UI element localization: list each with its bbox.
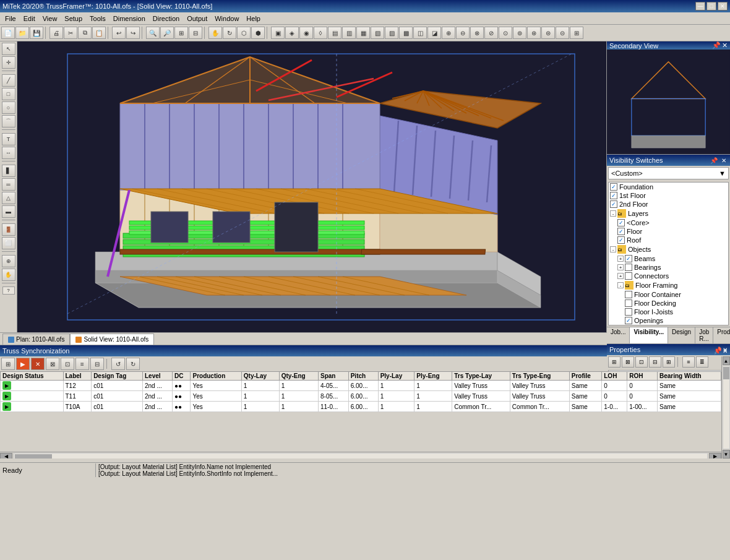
tree-check-connectors[interactable] — [625, 272, 632, 280]
tree-check-openings[interactable]: ✓ — [625, 317, 632, 324]
tb-b19[interactable]: ⊛ — [527, 27, 541, 39]
tree-expand-objects[interactable]: - — [610, 246, 616, 252]
menu-window[interactable]: Window — [211, 14, 243, 24]
tb-b22[interactable]: ⊞ — [570, 27, 583, 39]
truss-tb-1[interactable]: ⊞ — [1, 358, 15, 370]
tb-b8[interactable]: ▧ — [371, 27, 384, 39]
scroll-v-track[interactable] — [723, 366, 730, 449]
lt-line[interactable]: ╱ — [2, 74, 15, 87]
truss-tb-9[interactable]: ↻ — [126, 358, 140, 370]
truss-close-btn[interactable]: ✕ — [723, 348, 728, 355]
table-row[interactable]: ▶ T12 c01 2nd ... ●● Yes 1 1 4-05... 6.0… — [1, 381, 721, 391]
scroll-left-btn[interactable]: ◀ — [0, 453, 12, 459]
truss-tb-6[interactable]: ≡ — [75, 358, 89, 370]
tree-check-floorjoists[interactable] — [625, 308, 632, 316]
tree-item-layers[interactable]: - 🗂 Layers — [609, 209, 728, 218]
lt-beam[interactable]: ═ — [2, 178, 15, 191]
truss-pin-btn[interactable]: 📌 — [714, 348, 721, 355]
menu-help[interactable]: Help — [243, 14, 264, 24]
menu-setup[interactable]: Setup — [61, 14, 86, 24]
truss-scrollbar-v[interactable]: ▲ ▼ — [721, 356, 730, 459]
tree-check-floordecking[interactable] — [625, 299, 632, 307]
tb-b21[interactable]: ⊝ — [556, 27, 569, 39]
secondary-view-canvas[interactable] — [607, 50, 730, 155]
tb-b5[interactable]: ▤ — [328, 27, 341, 39]
tb-b20[interactable]: ⊜ — [541, 27, 555, 39]
lt-circle[interactable]: ○ — [2, 101, 15, 114]
tb-paste[interactable]: 📋 — [92, 27, 106, 39]
tree-item-floorcontainer[interactable]: Floor Container — [624, 290, 728, 299]
menu-dimension[interactable]: Dimension — [110, 14, 149, 24]
lt-rect[interactable]: □ — [2, 88, 15, 100]
tb-b10[interactable]: ▩ — [399, 27, 413, 39]
tree-item-bearings[interactable]: + Bearings — [616, 263, 728, 272]
tree-item-objects[interactable]: - 🗂 Objects — [609, 244, 728, 254]
scroll-thumb[interactable] — [15, 454, 52, 459]
tree-item-floordecking[interactable]: Floor Decking — [624, 299, 728, 308]
tab-plan[interactable]: Plan: 1010-All.ofs — [2, 334, 70, 345]
menu-file[interactable]: File — [1, 14, 20, 24]
lt-window[interactable]: ⬜ — [2, 237, 15, 249]
tab-design[interactable]: Design — [668, 327, 695, 343]
lt-text[interactable]: T — [2, 133, 15, 145]
tb-b2[interactable]: ◈ — [285, 27, 299, 39]
tb-rotate[interactable]: ↻ — [223, 27, 236, 39]
truss-table-container[interactable]: Design Status Label Design Tag Level DC … — [0, 371, 721, 452]
tree-expand-floorframing[interactable]: - — [617, 282, 624, 288]
tb-save[interactable]: 💾 — [30, 27, 43, 39]
tb-wire[interactable]: ⬢ — [251, 27, 265, 39]
lt-floor[interactable]: ▬ — [2, 205, 15, 218]
tb-b6[interactable]: ▥ — [342, 27, 356, 39]
lt-move[interactable]: ✛ — [2, 56, 15, 69]
tb-open[interactable]: 📁 — [15, 27, 29, 39]
lt-pan[interactable]: ✋ — [2, 269, 15, 281]
tab-solidview[interactable]: Solid View: 1010-All.ofs — [70, 334, 154, 345]
tb-b3[interactable]: ◉ — [299, 27, 313, 39]
menu-tools[interactable]: Tools — [86, 14, 110, 24]
tb-undo[interactable]: ↩ — [112, 27, 126, 39]
table-row[interactable]: ▶ T10A c01 2nd ... ●● Yes 1 1 11-0... 6.… — [1, 402, 721, 412]
tb-b4[interactable]: ◊ — [314, 27, 327, 39]
scroll-up-btn[interactable]: ▲ — [723, 356, 730, 365]
tree-check-roof[interactable]: ✓ — [617, 236, 625, 244]
lt-arc[interactable]: ⌒ — [2, 115, 15, 127]
tb-redo[interactable]: ↪ — [126, 27, 140, 39]
tree-item-floor[interactable]: ✓ Floor — [616, 227, 728, 236]
truss-scrollbar-h[interactable]: ◀ ▶ — [0, 452, 721, 459]
truss-tb-8[interactable]: ↺ — [111, 358, 125, 370]
tree-item-core[interactable]: ✓ <Core> — [616, 218, 728, 227]
tb-new[interactable]: 📄 — [1, 27, 15, 39]
truss-tb-5[interactable]: ⊡ — [61, 358, 74, 370]
tab-production[interactable]: Productio... — [713, 327, 730, 343]
tb-pan[interactable]: ✋ — [208, 27, 222, 39]
tree-check-beams[interactable]: ✓ — [625, 255, 632, 262]
tree-check-floorcontainer[interactable] — [625, 291, 632, 298]
secondary-view-close[interactable]: ✕ — [722, 41, 728, 50]
tb-b13[interactable]: ⊕ — [442, 27, 455, 39]
tb-b14[interactable]: ⊖ — [456, 27, 470, 39]
tree-item-floorframing[interactable]: - 🗂 Floor Framing — [616, 280, 728, 290]
lt-door[interactable]: 🚪 — [2, 223, 15, 236]
visibility-pin-btn[interactable]: 📌 — [709, 157, 719, 164]
tree-item-openings[interactable]: ✓ Openings — [624, 316, 728, 325]
3d-view-area[interactable] — [17, 41, 606, 332]
menu-output[interactable]: Output — [183, 14, 211, 24]
tree-item-floorjoists[interactable]: Floor I-Joists — [624, 308, 728, 316]
truss-tb-4[interactable]: ⊠ — [46, 358, 59, 370]
lt-select[interactable]: ↖ — [2, 43, 15, 55]
lt-roof[interactable]: △ — [2, 192, 15, 204]
tb-b11[interactable]: ◫ — [413, 27, 427, 39]
lt-wall[interactable]: ▋ — [2, 165, 15, 177]
menu-direction[interactable]: Direction — [149, 14, 183, 24]
tb-b17[interactable]: ⊙ — [499, 27, 512, 39]
menu-view[interactable]: View — [39, 14, 61, 24]
tree-check-bearings[interactable] — [625, 264, 632, 271]
scroll-down-btn[interactable]: ▼ — [723, 450, 730, 459]
visibility-dropdown[interactable]: <Custom> ▼ — [608, 167, 729, 179]
tb-zoom-window[interactable]: ⊟ — [189, 27, 202, 39]
scroll-right-btn[interactable]: ▶ — [709, 453, 721, 459]
tab-visibility[interactable]: Visibility... — [630, 327, 668, 343]
tree-item-1stfloor[interactable]: ✓ 1st Floor — [609, 191, 728, 200]
tree-item-2ndfloor[interactable]: ✓ 2nd Floor — [609, 200, 728, 209]
secondary-view-pin[interactable]: 📌 — [712, 41, 721, 50]
